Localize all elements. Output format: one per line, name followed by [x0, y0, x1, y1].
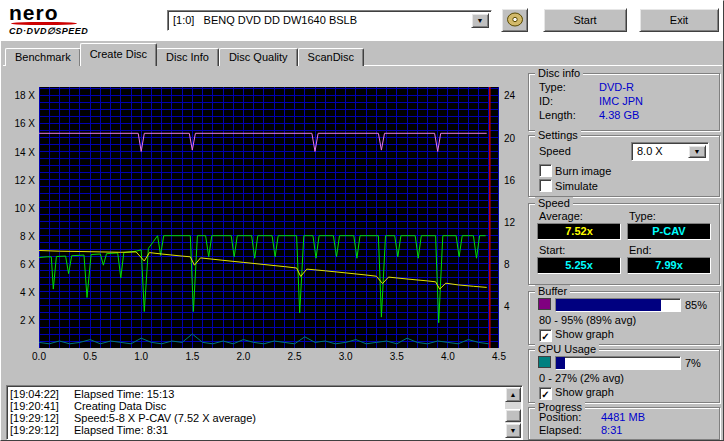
tab-disc-info[interactable]: Disc Info	[156, 48, 219, 66]
scroll-down-button[interactable]: ▼	[505, 423, 521, 438]
app-window: nero CD·DVD∅SPEED [1:0] BENQ DVD DD DW16…	[0, 0, 724, 441]
buffer-color-swatch	[538, 298, 551, 310]
log-line: [19:29:12]Speed:5-8 X P-CAV (7.52 X aver…	[10, 412, 504, 424]
burn-image-label: Burn image	[555, 165, 611, 177]
eject-disc-button[interactable]	[501, 8, 528, 32]
cpu-progress-bar	[555, 356, 681, 370]
disc-info-title: Disc info	[535, 67, 583, 79]
scroll-thumb[interactable]	[505, 409, 521, 422]
cpu-show-graph-checkbox[interactable]: ✓ Show graph	[539, 386, 614, 400]
brand-name: nero	[9, 3, 88, 22]
buffer-group: Buffer 85% 80 - 95% (89% avg) ✓ Show gra…	[528, 291, 720, 345]
drive-select-arrow[interactable]: ▼	[471, 13, 489, 28]
buffer-range-text: 80 - 95% (89% avg)	[539, 314, 636, 326]
tab-scandisc[interactable]: ScanDisc	[298, 48, 364, 66]
disc-info-group: Disc info Type:DVD-R ID:IMC JPN Length:4…	[528, 73, 720, 131]
log-time: [19:04:22]	[10, 388, 74, 400]
y-axis-right-label: 16	[504, 175, 524, 186]
y-axis-left-label: 6 X	[5, 259, 35, 270]
x-axis-label: 1.0	[129, 351, 153, 362]
y-axis-right-label: 20	[504, 133, 524, 144]
y-axis-right-label: 24	[504, 90, 524, 101]
log-line: [19:29:12]Elapsed Time: 8:31	[10, 424, 504, 436]
scroll-up-button[interactable]: ▲	[505, 387, 521, 402]
tab-benchmark[interactable]: Benchmark	[5, 48, 81, 66]
buffer-progress-bar	[555, 298, 681, 312]
y-axis-right-label: 8	[504, 259, 524, 270]
arrow-up-icon: ▲	[510, 391, 517, 398]
progress-group: Progress Position:4481 MB Elapsed:8:31	[528, 407, 720, 440]
log-line: [19:04:22]Elapsed Time: 15:13	[10, 388, 504, 400]
app-logo: nero CD·DVD∅SPEED	[9, 3, 88, 36]
tab-bar: Benchmark Create Disc Disc Info Disc Qua…	[5, 43, 364, 66]
series-buffer-level	[39, 133, 487, 151]
cpu-color-swatch	[538, 356, 551, 368]
y-axis-left-label: 16 X	[5, 118, 35, 129]
buffer-show-graph-box[interactable]: ✓	[539, 329, 552, 342]
speed-end-label: End:	[629, 244, 652, 256]
log-scrollbar[interactable]: ▲ ▼	[505, 387, 521, 438]
y-axis-left-label: 8 X	[5, 231, 35, 242]
y-axis-right-label: 12	[504, 217, 524, 228]
speed-type-label: Type:	[629, 210, 656, 222]
toolbar: nero CD·DVD∅SPEED [1:0] BENQ DVD DD DW16…	[1, 1, 723, 41]
event-log-lines: [19:04:22]Elapsed Time: 15:13 [19:20:41]…	[10, 388, 504, 437]
event-log[interactable]: [19:04:22]Elapsed Time: 15:13 [19:20:41]…	[6, 385, 523, 440]
speed-average-label: Average:	[539, 210, 583, 222]
speed-select[interactable]: 8.0 X ▼	[631, 142, 709, 161]
cpu-show-graph-box[interactable]: ✓	[539, 387, 552, 400]
x-axis-label: 4.5	[487, 351, 511, 362]
buffer-show-graph-checkbox[interactable]: ✓ Show graph	[539, 328, 614, 342]
simulate-checkbox-box[interactable]: ✓	[539, 179, 552, 192]
disc-hand-icon	[506, 12, 524, 27]
cpu-title: CPU Usage	[535, 343, 599, 355]
check-icon: ✓	[541, 331, 549, 342]
drive-select[interactable]: [1:0] BENQ DVD DD DW1640 BSLB ▼	[167, 10, 492, 31]
y-axis-left-label: 18 X	[5, 90, 35, 101]
disc-type-value: DVD-R	[599, 81, 634, 93]
y-axis-left-label: 12 X	[5, 175, 35, 186]
x-axis-label: 4.0	[436, 351, 460, 362]
elapsed-label: Elapsed:	[539, 424, 601, 436]
start-button[interactable]: Start	[543, 8, 627, 32]
speed-select-label: Speed	[539, 145, 571, 157]
chart-grid	[39, 87, 499, 348]
series-write-speed	[39, 236, 486, 323]
settings-group: Settings Speed 8.0 X ▼ ✓ Burn image ✓ Si…	[528, 135, 720, 197]
disc-id-label: ID:	[539, 95, 599, 107]
x-axis-label: 2.5	[283, 351, 307, 362]
simulate-label: Simulate	[555, 180, 598, 192]
speed-average-value: 7.52x	[537, 223, 621, 240]
y-axis-left-label: 4 X	[5, 287, 35, 298]
y-axis-right-label: 4	[504, 301, 524, 312]
check-icon: ✓	[541, 389, 549, 400]
burn-image-checkbox[interactable]: ✓ Burn image	[539, 164, 611, 177]
cpu-percent: 7%	[685, 357, 701, 369]
chevron-down-icon: ▼	[694, 148, 701, 155]
log-text: Speed:5-8 X P-CAV (7.52 X average)	[74, 412, 256, 424]
exit-button[interactable]: Exit	[639, 8, 719, 32]
tab-create-disc[interactable]: Create Disc	[80, 43, 157, 66]
position-value: 4481 MB	[601, 411, 645, 423]
disc-length-label: Length:	[539, 109, 599, 121]
cpu-progress-fill	[556, 357, 565, 369]
x-axis-label: 3.5	[385, 351, 409, 362]
x-axis-label: 3.0	[334, 351, 358, 362]
speed-group-title: Speed	[535, 197, 573, 209]
speed-select-arrow[interactable]: ▼	[688, 145, 706, 158]
elapsed-value: 8:31	[601, 424, 622, 436]
x-axis-label: 2.0	[231, 351, 255, 362]
burn-image-checkbox-box[interactable]: ✓	[539, 164, 552, 177]
drive-select-value: [1:0] BENQ DVD DD DW1640 BSLB	[168, 11, 491, 26]
speed-group: Speed Average: Type: 7.52x P-CAV Start: …	[528, 203, 720, 285]
buffer-percent: 85%	[685, 299, 707, 311]
cpu-group: CPU Usage 7% 0 - 27% (2% avg) ✓ Show gra…	[528, 349, 720, 403]
log-time: [19:29:12]	[10, 424, 74, 436]
disc-id-value: IMC JPN	[599, 95, 643, 107]
speed-end-value: 7.99x	[627, 257, 711, 274]
chevron-down-icon: ▼	[477, 17, 484, 24]
speed-type-value: P-CAV	[627, 223, 711, 240]
speed-start-label: Start:	[539, 244, 565, 256]
simulate-checkbox[interactable]: ✓ Simulate	[539, 179, 598, 192]
tab-disc-quality[interactable]: Disc Quality	[219, 48, 298, 66]
